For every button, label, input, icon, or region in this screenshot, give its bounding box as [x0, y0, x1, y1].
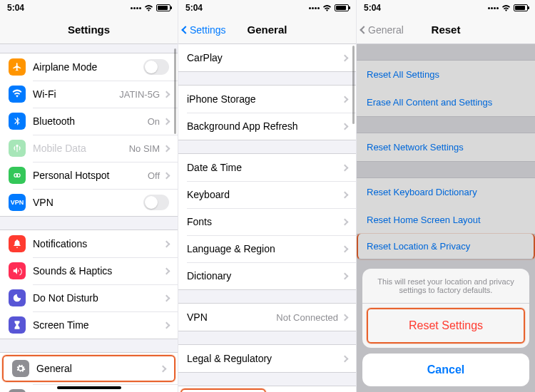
- scrollbar[interactable]: [174, 48, 176, 134]
- row-label: Personal Hotspot: [33, 170, 148, 181]
- row-wifi[interactable]: Wi-Fi JATIN-5G: [0, 81, 178, 108]
- chevron-right-icon: [163, 118, 170, 125]
- row-date-time[interactable]: Date & Time: [178, 154, 356, 181]
- vpn-toggle[interactable]: [143, 195, 169, 210]
- row-legal[interactable]: Legal & Regulatory: [178, 345, 356, 372]
- wifi-icon: [501, 5, 511, 11]
- chevron-right-icon: [342, 96, 349, 103]
- status-right: [488, 4, 528, 11]
- chevron-left-icon: [181, 26, 189, 33]
- row-label: Background App Refresh: [187, 120, 342, 132]
- row-label: Do Not Disturb: [33, 292, 164, 304]
- status-bar: 5:04: [0, 0, 178, 16]
- chevron-right-icon: [342, 218, 349, 225]
- chevron-right-icon: [163, 91, 170, 98]
- row-label: Date & Time: [187, 162, 342, 173]
- wifi-icon: [9, 86, 26, 103]
- page-title: Settings: [68, 24, 110, 36]
- row-language-region[interactable]: Language & Region: [178, 235, 356, 262]
- chevron-right-icon: [163, 172, 170, 179]
- row-do-not-disturb[interactable]: Do Not Disturb: [0, 284, 178, 311]
- nav-header: General Reset: [357, 16, 535, 44]
- row-label: Bluetooth: [33, 115, 148, 127]
- wifi-icon: [144, 5, 153, 11]
- row-label: Mobile Data: [33, 143, 129, 154]
- row-label: CarPlay: [187, 52, 342, 63]
- status-right: [309, 4, 349, 11]
- row-sounds[interactable]: Sounds & Haptics: [0, 257, 178, 284]
- chevron-right-icon: [342, 314, 349, 321]
- row-vpn[interactable]: VPN Not Connected: [178, 304, 356, 331]
- row-screen-time[interactable]: Screen Time: [0, 311, 178, 339]
- row-detail: JATIN-5G: [119, 89, 160, 100]
- cancel-button[interactable]: Cancel: [362, 354, 529, 386]
- row-personal-hotspot[interactable]: Personal Hotspot Off: [0, 162, 178, 189]
- airplane-icon: [9, 58, 26, 76]
- wifi-icon: [322, 5, 332, 11]
- row-detail: On: [148, 116, 160, 127]
- chevron-right-icon: [160, 365, 167, 372]
- row-label: General: [36, 363, 160, 374]
- back-button[interactable]: Settings: [183, 24, 226, 36]
- row-carplay[interactable]: CarPlay: [178, 44, 356, 71]
- row-detail: No SIM: [129, 143, 160, 154]
- antenna-icon: [9, 140, 26, 157]
- row-label: Sounds & Haptics: [33, 265, 164, 277]
- screen-reset: 5:04 General Reset Reset All Settings Er…: [357, 0, 535, 392]
- reset-settings-button[interactable]: Reset Settings: [367, 308, 525, 344]
- speaker-icon: [9, 262, 26, 279]
- chevron-right-icon: [342, 272, 349, 279]
- row-label: iPhone Storage: [187, 93, 342, 105]
- status-bar: 5:04: [357, 0, 535, 16]
- chevron-right-icon: [342, 245, 349, 252]
- scrollbar[interactable]: [352, 46, 355, 124]
- row-label: VPN: [187, 311, 276, 323]
- chevron-right-icon: [163, 145, 170, 152]
- chevron-right-icon: [163, 294, 170, 301]
- chevron-right-icon: [163, 240, 170, 247]
- row-general[interactable]: General: [2, 355, 175, 382]
- row-iphone-storage[interactable]: iPhone Storage: [178, 86, 356, 113]
- page-title: Reset: [432, 24, 461, 36]
- row-reset[interactable]: Reset: [180, 388, 266, 392]
- row-label: Language & Region: [187, 243, 342, 254]
- hotspot-icon: [9, 167, 26, 184]
- chevron-right-icon: [342, 54, 349, 61]
- status-time: 5:04: [185, 3, 203, 13]
- page-title: General: [248, 24, 287, 36]
- row-dictionary[interactable]: Dictionary: [178, 262, 356, 289]
- row-airplane-mode[interactable]: Airplane Mode: [0, 53, 178, 81]
- screen-settings: 5:04 Settings Airplane Mode Wi-Fi JA: [0, 0, 178, 392]
- airplane-toggle[interactable]: [143, 59, 169, 75]
- row-vpn[interactable]: VPN VPN: [0, 189, 178, 216]
- status-bar: 5:04: [178, 0, 356, 16]
- chevron-right-icon: [163, 267, 170, 274]
- gear-icon: [12, 360, 29, 377]
- bell-icon: [9, 235, 26, 252]
- row-detail: Not Connected: [276, 312, 338, 323]
- row-notifications[interactable]: Notifications: [0, 230, 178, 257]
- row-label: VPN: [33, 197, 143, 208]
- row-label: Keyboard: [187, 189, 342, 200]
- row-keyboard[interactable]: Keyboard: [178, 181, 356, 208]
- vpn-icon: VPN: [9, 194, 26, 211]
- chevron-right-icon: [342, 164, 349, 171]
- row-label: Screen Time: [33, 319, 164, 331]
- row-bluetooth[interactable]: Bluetooth On: [0, 108, 178, 135]
- chevron-right-icon: [163, 321, 170, 329]
- home-indicator[interactable]: [57, 386, 121, 389]
- action-sheet: This will reset your location and privac…: [362, 269, 529, 386]
- hourglass-icon: [9, 316, 26, 334]
- row-fonts[interactable]: Fonts: [178, 208, 356, 235]
- bluetooth-icon: [9, 113, 26, 130]
- row-label: Dictionary: [187, 270, 342, 282]
- row-background-refresh[interactable]: Background App Refresh: [178, 113, 356, 140]
- row-label: Airplane Mode: [33, 61, 143, 73]
- nav-header: Settings General: [178, 16, 356, 44]
- moon-icon: [9, 289, 26, 306]
- screen-general: 5:04 Settings General CarPlay iPhone Sto…: [178, 0, 357, 392]
- back-button[interactable]: General: [361, 24, 404, 36]
- row-mobile-data[interactable]: Mobile Data No SIM: [0, 135, 178, 162]
- row-label: Notifications: [33, 238, 164, 249]
- nav-header: Settings: [0, 16, 178, 44]
